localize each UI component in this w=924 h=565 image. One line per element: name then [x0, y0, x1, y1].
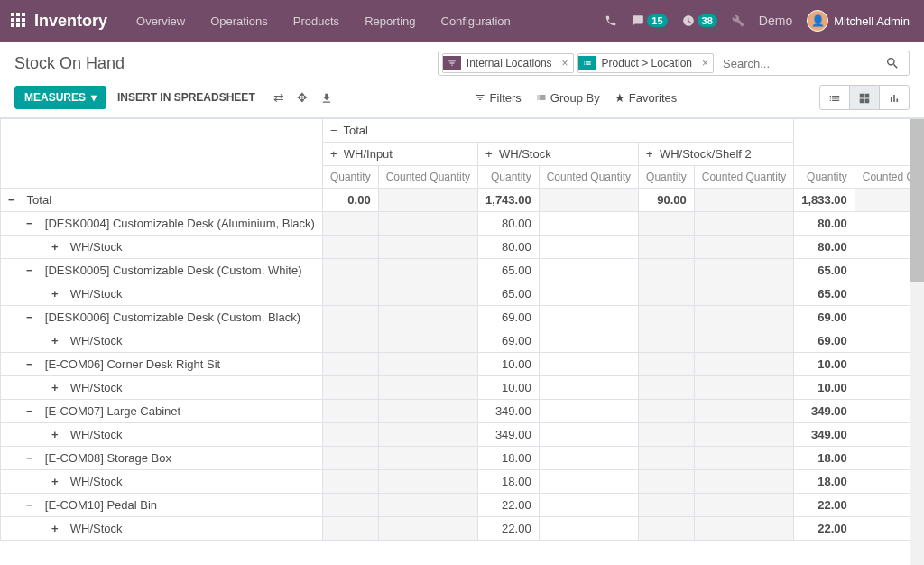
nav-reporting[interactable]: Reporting [352, 14, 428, 28]
demo-label[interactable]: Demo [752, 14, 799, 28]
search-input[interactable] [717, 54, 880, 73]
messages-icon[interactable]: 15 [624, 14, 674, 27]
search-bar[interactable]: Internal Locations × Product > Location … [438, 51, 910, 76]
row-header[interactable]: − [E-COM10] Pedal Bin [1, 494, 323, 517]
row-total[interactable]: − Total [1, 189, 323, 212]
measures-button[interactable]: MEASURES▾ [14, 86, 106, 109]
facet-close[interactable]: × [558, 57, 573, 69]
row-header[interactable]: + WH/Stock [1, 376, 323, 400]
list-icon [536, 92, 547, 103]
control-panel: Stock On Hand Internal Locations × Produ… [0, 42, 924, 118]
row-header[interactable]: + WH/Stock [1, 423, 323, 447]
row-header[interactable]: + WH/Stock [1, 470, 323, 494]
row-header[interactable]: − [E-COM07] Large Cabinet [1, 400, 323, 423]
download-icon[interactable] [320, 90, 333, 105]
col-wh-shelf2[interactable]: + WH/Stock/Shelf 2 [639, 143, 794, 166]
favorites-dropdown[interactable]: ★ Favorites [614, 91, 677, 105]
vertical-scrollbar[interactable] [910, 119, 924, 565]
row-header[interactable]: + WH/Stock [1, 329, 323, 353]
measure-counted[interactable]: Counted Quantity [694, 166, 793, 189]
row-header[interactable]: − [DESK0006] Customizable Desk (Custom, … [1, 306, 323, 329]
messages-badge: 15 [647, 14, 667, 27]
row-header[interactable]: − [E-COM06] Corner Desk Right Sit [1, 353, 323, 376]
user-menu[interactable]: 👤 Mitchell Admin [799, 10, 917, 32]
scrollbar-thumb[interactable] [910, 119, 924, 282]
facet-close[interactable]: × [698, 57, 713, 69]
row-header[interactable]: + WH/Stock [1, 517, 323, 541]
measure-counted[interactable]: Counted Quantity [378, 166, 477, 189]
nav-overview[interactable]: Overview [124, 14, 198, 28]
measure-quantity[interactable]: Quantity [794, 166, 855, 189]
view-pivot-icon[interactable] [850, 86, 880, 109]
row-header[interactable]: + WH/Stock [1, 282, 323, 306]
groupby-dropdown[interactable]: Group By [536, 91, 600, 105]
filters-dropdown[interactable]: Filters [475, 91, 521, 105]
avatar: 👤 [807, 10, 828, 32]
debug-icon[interactable] [725, 14, 752, 27]
caret-down-icon: ▾ [91, 91, 97, 104]
expand-all-icon[interactable]: ✥ [297, 90, 308, 105]
apps-icon[interactable] [11, 13, 27, 29]
page-title: Stock On Hand [14, 54, 125, 73]
app-brand[interactable]: Inventory [34, 12, 107, 31]
view-switcher [819, 85, 910, 110]
row-header[interactable]: − [DESK0005] Customizable Desk (Custom, … [1, 259, 323, 282]
col-wh-input[interactable]: + WH/Input [322, 143, 477, 166]
measure-counted[interactable]: Counted Quantity [539, 166, 638, 189]
pivot-area: − Total + WH/Input + WH/Stock + WH/Stock… [0, 118, 924, 564]
filter-icon [475, 92, 485, 103]
activities-badge: 38 [698, 14, 717, 27]
row-header[interactable]: − [E-COM08] Storage Box [1, 447, 323, 470]
insert-spreadsheet-button[interactable]: INSERT IN SPREADSHEET [106, 87, 266, 108]
flip-axis-icon[interactable]: ⇄ [273, 90, 284, 105]
groupby-icon [578, 56, 596, 70]
nav-configuration[interactable]: Configuration [429, 14, 523, 28]
search-icon[interactable] [880, 56, 905, 71]
nav-operations[interactable]: Operations [198, 14, 281, 28]
view-graph-icon[interactable] [880, 86, 909, 109]
facet-internal-locations: Internal Locations × [442, 53, 574, 73]
col-total[interactable]: − Total [322, 119, 793, 143]
star-icon: ★ [614, 91, 625, 105]
col-wh-stock[interactable]: + WH/Stock [478, 143, 639, 166]
measure-quantity[interactable]: Quantity [322, 166, 378, 189]
row-header[interactable]: − [DESK0004] Customizable Desk (Aluminiu… [1, 212, 323, 236]
activities-icon[interactable]: 38 [675, 14, 725, 27]
measure-quantity[interactable]: Quantity [478, 166, 540, 189]
phone-icon[interactable] [597, 14, 624, 27]
row-header[interactable]: + WH/Stock [1, 236, 323, 259]
main-navbar: Inventory Overview Operations Products R… [0, 0, 924, 42]
measure-quantity[interactable]: Quantity [639, 166, 695, 189]
pivot-table: − Total + WH/Input + WH/Stock + WH/Stock… [0, 118, 924, 541]
filter-icon [443, 56, 461, 70]
nav-products[interactable]: Products [281, 14, 352, 28]
user-name: Mitchell Admin [834, 14, 910, 28]
view-list-icon[interactable] [820, 86, 850, 109]
facet-product-location: Product > Location × [578, 53, 714, 73]
